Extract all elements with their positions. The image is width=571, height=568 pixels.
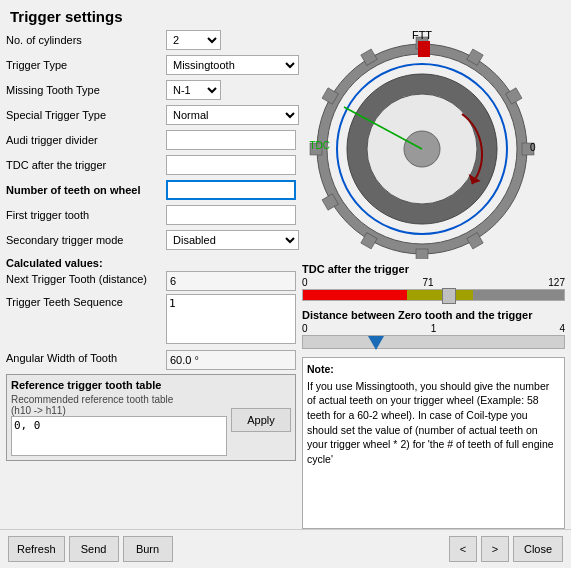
title-bar: Trigger settings	[0, 0, 571, 29]
tdc-after-input[interactable]: 71.5	[166, 155, 296, 175]
tdc-slider-section: TDC after the trigger 0 71 127	[302, 263, 565, 303]
audi-divider-control: 67	[166, 130, 296, 150]
note-box: Note: If you use Missingtooth, you shoul…	[302, 357, 565, 529]
distance-slider-title: Distance between Zero tooth and the trig…	[302, 309, 565, 321]
note-text: If you use Missingtooth, you should give…	[307, 379, 560, 467]
audi-divider-row: Audi trigger divider 67	[6, 129, 296, 151]
tdc-slider-max: 127	[548, 277, 565, 288]
num-teeth-label: Number of teeth on wheel	[6, 184, 166, 196]
first-trigger-input[interactable]: 1	[166, 205, 296, 225]
cylinders-row: No. of cylinders 2	[6, 29, 296, 51]
svg-text:0: 0	[530, 142, 536, 153]
tdc-after-control: 71.5	[166, 155, 296, 175]
ref-input-area: Recommended reference tooth table(h10 ->…	[11, 394, 227, 456]
missing-tooth-label: Missing Tooth Type	[6, 84, 166, 96]
send-button[interactable]: Send	[69, 536, 119, 562]
missing-tooth-select[interactable]: N-1	[166, 80, 221, 100]
distance-slider-thumb[interactable]	[368, 336, 384, 350]
ref-row: Recommended reference tooth table(h10 ->…	[11, 394, 291, 456]
cylinders-control: 2	[166, 30, 296, 50]
bottom-toolbar: Refresh Send Burn < > Close	[0, 529, 571, 568]
svg-text:TDC: TDC	[309, 140, 330, 151]
first-trigger-control: 1	[166, 205, 296, 225]
secondary-mode-row: Secondary trigger mode Disabled	[6, 229, 296, 251]
teeth-seq-value-container: 1	[166, 294, 296, 347]
special-trigger-label: Special Trigger Type	[6, 109, 166, 121]
num-teeth-control: 5	[166, 180, 296, 200]
num-teeth-row: Number of teeth on wheel 5	[6, 179, 296, 201]
tdc-slider-thumb[interactable]	[442, 288, 456, 304]
audi-divider-label: Audi trigger divider	[6, 134, 166, 146]
first-trigger-row: First trigger tooth 1	[6, 204, 296, 226]
distance-slider-mid: 1	[431, 323, 437, 334]
trigger-type-control: Missingtooth	[166, 55, 299, 75]
secondary-mode-select[interactable]: Disabled	[166, 230, 299, 250]
teeth-seq-row: Trigger Teeth Sequence 1	[6, 294, 296, 347]
secondary-mode-control: Disabled	[166, 230, 299, 250]
distance-slider-section: Distance between Zero tooth and the trig…	[302, 309, 565, 351]
main-window: Trigger settings No. of cylinders 2 Trig…	[0, 0, 571, 568]
tdc-slider-title: TDC after the trigger	[302, 263, 565, 275]
secondary-mode-label: Secondary trigger mode	[6, 234, 166, 246]
right-panel: FTT TDC 0 TDC after the trigger 0	[302, 29, 565, 529]
trigger-type-row: Trigger Type Missingtooth	[6, 54, 296, 76]
tdc-after-label: TDC after the trigger	[6, 159, 166, 171]
missing-tooth-control: N-1	[166, 80, 296, 100]
audi-divider-input[interactable]: 67	[166, 130, 296, 150]
cylinders-select[interactable]: 2	[166, 30, 221, 50]
ref-sub-label: Recommended reference tooth table(h10 ->…	[11, 394, 227, 416]
next-trigger-value: 6	[166, 271, 296, 291]
close-button[interactable]: Close	[513, 536, 563, 562]
wheel-diagram: FTT TDC 0	[302, 29, 542, 259]
special-trigger-select[interactable]: Normal	[166, 105, 299, 125]
missing-tooth-row: Missing Tooth Type N-1	[6, 79, 296, 101]
trigger-type-label: Trigger Type	[6, 59, 166, 71]
wheel-container: FTT TDC 0	[302, 29, 542, 259]
distance-slider-max: 4	[559, 323, 565, 334]
num-teeth-input[interactable]: 5	[166, 180, 296, 200]
tdc-after-row: TDC after the trigger 71.5	[6, 154, 296, 176]
teeth-seq-textarea[interactable]: 1	[166, 294, 296, 344]
next-button[interactable]: >	[481, 536, 509, 562]
content-area: No. of cylinders 2 Trigger Type Missingt…	[0, 29, 571, 529]
first-trigger-label: First trigger tooth	[6, 209, 166, 221]
burn-button[interactable]: Burn	[123, 536, 173, 562]
next-trigger-label: Next Trigger Tooth (distance)	[6, 271, 166, 285]
svg-text:FTT: FTT	[412, 29, 432, 41]
tdc-slider-labels: 0 71 127	[302, 277, 565, 288]
cylinders-label: No. of cylinders	[6, 34, 166, 46]
angular-width-value-container: 60.0 °	[166, 350, 296, 370]
calc-section-label: Calculated values:	[6, 257, 296, 269]
trigger-type-select[interactable]: Missingtooth	[166, 55, 299, 75]
special-trigger-row: Special Trigger Type Normal	[6, 104, 296, 126]
apply-button[interactable]: Apply	[231, 408, 291, 432]
angular-width-row: Angular Width of Tooth 60.0 °	[6, 350, 296, 370]
ref-textarea[interactable]: 0, 0	[11, 416, 227, 456]
ref-title: Reference trigger tooth table	[11, 379, 291, 391]
toolbar-left: Refresh Send Burn	[8, 536, 173, 562]
tdc-slider-min: 0	[302, 277, 308, 288]
tdc-slider-mid: 71	[422, 277, 433, 288]
distance-slider-labels: 0 1 4	[302, 323, 565, 334]
next-trigger-row: Next Trigger Tooth (distance) 6	[6, 271, 296, 291]
angular-width-label: Angular Width of Tooth	[6, 350, 166, 364]
prev-button[interactable]: <	[449, 536, 477, 562]
distance-slider-min: 0	[302, 323, 308, 334]
special-trigger-control: Normal	[166, 105, 299, 125]
teeth-seq-label: Trigger Teeth Sequence	[6, 294, 166, 308]
page-title: Trigger settings	[10, 8, 561, 25]
distance-slider-track[interactable]	[302, 335, 565, 349]
svg-rect-10	[416, 249, 428, 259]
left-panel: No. of cylinders 2 Trigger Type Missingt…	[6, 29, 296, 529]
angular-width-value: 60.0 °	[166, 350, 296, 370]
tdc-slider-track[interactable]	[302, 289, 565, 301]
svg-rect-17	[418, 41, 430, 57]
next-trigger-value-container: 6	[166, 271, 296, 291]
refresh-button[interactable]: Refresh	[8, 536, 65, 562]
ref-section: Reference trigger tooth table Recommende…	[6, 374, 296, 461]
note-title: Note:	[307, 362, 560, 377]
toolbar-right: < > Close	[449, 536, 563, 562]
